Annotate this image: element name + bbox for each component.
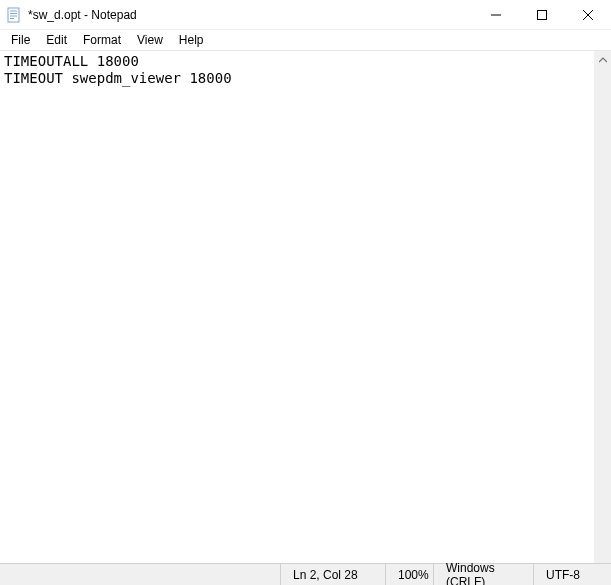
- menu-format[interactable]: Format: [76, 31, 128, 49]
- svg-rect-6: [538, 10, 547, 19]
- window-controls: [473, 0, 611, 29]
- notepad-icon: [6, 7, 22, 23]
- menu-view[interactable]: View: [130, 31, 170, 49]
- vertical-scrollbar[interactable]: [594, 51, 611, 563]
- status-cursor: Ln 2, Col 28: [280, 564, 385, 585]
- status-encoding: UTF-8: [533, 564, 611, 585]
- menu-help[interactable]: Help: [172, 31, 211, 49]
- status-line-ending: Windows (CRLF): [433, 564, 533, 585]
- text-editor[interactable]: [0, 51, 594, 563]
- close-button[interactable]: [565, 0, 611, 29]
- statusbar: Ln 2, Col 28 100% Windows (CRLF) UTF-8: [0, 563, 611, 585]
- status-zoom: 100%: [385, 564, 433, 585]
- titlebar: *sw_d.opt - Notepad: [0, 0, 611, 30]
- menu-file[interactable]: File: [4, 31, 37, 49]
- menu-edit[interactable]: Edit: [39, 31, 74, 49]
- editor-area: [0, 50, 611, 563]
- scroll-up-icon[interactable]: [594, 51, 611, 68]
- minimize-button[interactable]: [473, 0, 519, 29]
- maximize-button[interactable]: [519, 0, 565, 29]
- menubar: File Edit Format View Help: [0, 30, 611, 50]
- window-title: *sw_d.opt - Notepad: [28, 8, 137, 22]
- svg-rect-0: [8, 8, 19, 22]
